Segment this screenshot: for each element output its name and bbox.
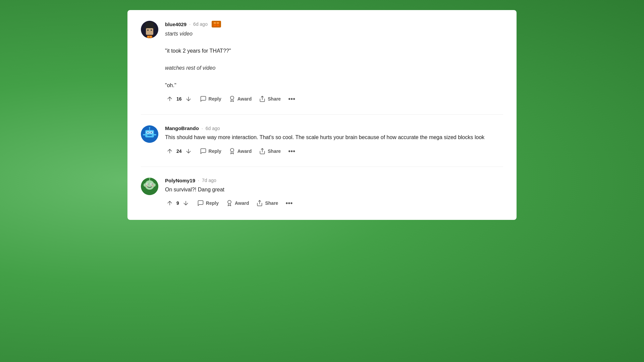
- text-mangobrando: This should have way more interaction. T…: [165, 134, 484, 140]
- downvote-icon-polynomy: [182, 200, 189, 206]
- comment-body-blue4029: blue4029 · 6d ago starts video "it took …: [165, 21, 503, 104]
- svg-rect-2: [146, 28, 153, 35]
- dot-polynomy19: ·: [198, 178, 199, 183]
- reply-button-blue4029[interactable]: Reply: [197, 94, 224, 104]
- share-button-polynomy19[interactable]: Share: [254, 198, 281, 208]
- reply-icon-polynomy: [197, 200, 204, 206]
- svg-rect-23: [154, 134, 156, 135]
- downvote-icon: [185, 96, 192, 102]
- text-polynomy19: On survival?! Dang great: [165, 187, 224, 192]
- svg-point-36: [152, 185, 154, 187]
- upvote-icon: [166, 96, 173, 102]
- share-icon-mangobrando: [259, 148, 266, 155]
- svg-rect-8: [214, 22, 216, 24]
- share-icon-polynomy: [256, 200, 263, 206]
- more-button-mangobrando[interactable]: •••: [285, 146, 298, 156]
- award-label-blue4029: Award: [237, 96, 252, 102]
- svg-rect-14: [145, 130, 154, 137]
- downvote-icon-mangobrando: [185, 148, 192, 155]
- timestamp-mangobrando: 6d ago: [206, 126, 220, 131]
- svg-point-24: [230, 148, 234, 152]
- comment-text-blue4029: starts video "it took 2 years for THAT??…: [165, 29, 503, 89]
- comment-text-polynomy19: On survival?! Dang great: [165, 185, 503, 194]
- text-watches-video: watches rest of video: [165, 65, 215, 71]
- avatar-polynomy19: [141, 178, 158, 195]
- dot-blue4029: ·: [189, 21, 191, 27]
- upvote-icon-mangobrando: [166, 148, 173, 155]
- vote-count-blue4029: 16: [176, 96, 182, 102]
- svg-point-29: [148, 183, 149, 184]
- downvote-button-polynomy19[interactable]: [181, 198, 191, 208]
- vote-section-mangobrando: 24: [165, 146, 193, 156]
- upvote-button-mangobrando[interactable]: [165, 146, 174, 156]
- svg-point-30: [152, 183, 153, 184]
- comment-actions-mangobrando: 24 Reply: [165, 146, 503, 156]
- award-label-mangobrando: Award: [237, 148, 252, 154]
- svg-rect-11: [217, 24, 219, 26]
- reply-icon: [200, 96, 207, 102]
- comment-actions-blue4029: 16 Reply: [165, 94, 503, 104]
- text-starts-video: starts video: [165, 31, 193, 37]
- avatar-mangobrando: [141, 125, 158, 143]
- award-button-blue4029[interactable]: Award: [226, 94, 255, 104]
- share-label-polynomy19: Share: [265, 200, 278, 206]
- svg-rect-10: [214, 24, 216, 26]
- award-button-mangobrando[interactable]: Award: [226, 146, 255, 156]
- vote-count-mangobrando: 24: [176, 148, 182, 154]
- dot-mangobrando: ·: [202, 126, 203, 131]
- svg-rect-22: [143, 134, 146, 135]
- upvote-icon-polynomy: [166, 200, 173, 206]
- comment-header-polynomy19: PolyNomy19 · 7d ago: [165, 178, 503, 183]
- username-mangobrando: MangoBrando: [165, 125, 199, 131]
- avatar-svg-mangobrando: [141, 125, 158, 143]
- share-icon-blue4029: [259, 96, 266, 102]
- share-label-blue4029: Share: [268, 96, 281, 102]
- svg-point-3: [147, 29, 149, 31]
- svg-rect-9: [217, 22, 219, 24]
- award-button-polynomy19[interactable]: Award: [223, 198, 252, 208]
- comment-header-mangobrando: MangoBrando · 6d ago: [165, 125, 503, 131]
- avatar-blue4029: [141, 21, 158, 38]
- award-label-polynomy19: Award: [235, 200, 249, 206]
- comment-text-mangobrando: This should have way more interaction. T…: [165, 133, 503, 142]
- more-dots-blue4029: •••: [288, 95, 295, 103]
- reply-label-polynomy19: Reply: [206, 200, 219, 206]
- more-dots-polynomy19: •••: [285, 199, 292, 207]
- username-polynomy19: PolyNomy19: [165, 178, 195, 183]
- award-icon-mangobrando: [229, 148, 235, 155]
- reply-button-mangobrando[interactable]: Reply: [197, 146, 224, 156]
- badge-blue4029: [212, 21, 221, 27]
- more-button-blue4029[interactable]: •••: [285, 94, 298, 104]
- award-icon-blue4029: [229, 96, 235, 102]
- text-it-took: "it took 2 years for THAT??": [165, 48, 231, 54]
- upvote-button-polynomy19[interactable]: [165, 198, 174, 208]
- svg-point-35: [146, 185, 148, 187]
- downvote-button-mangobrando[interactable]: [184, 146, 193, 156]
- svg-point-18: [151, 132, 152, 133]
- reply-icon-mangobrando: [200, 148, 207, 155]
- downvote-button-blue4029[interactable]: [184, 94, 193, 104]
- svg-rect-7: [150, 36, 152, 38]
- avatar-svg-polynomy: [141, 178, 158, 195]
- timestamp-blue4029: 6d ago: [193, 21, 208, 27]
- share-button-blue4029[interactable]: Share: [256, 94, 283, 104]
- username-blue4029: blue4029: [165, 21, 186, 27]
- share-label-mangobrando: Share: [268, 148, 281, 154]
- avatar-svg-blue4029: [141, 21, 158, 38]
- svg-point-12: [230, 96, 234, 100]
- comment-mangobrando: MangoBrando · 6d ago This should have wa…: [141, 114, 503, 156]
- svg-rect-19: [147, 135, 152, 136]
- upvote-button-blue4029[interactable]: [165, 94, 174, 104]
- svg-rect-1: [146, 22, 154, 27]
- share-button-mangobrando[interactable]: Share: [256, 146, 283, 156]
- comment-polynomy19: PolyNomy19 · 7d ago On survival?! Dang g…: [141, 167, 503, 208]
- timestamp-polynomy19: 7d ago: [202, 178, 216, 183]
- reply-button-polynomy19[interactable]: Reply: [195, 198, 221, 208]
- vote-section-polynomy19: 9: [165, 198, 191, 208]
- award-icon-polynomy: [226, 200, 233, 206]
- more-button-polynomy19[interactable]: •••: [283, 198, 295, 208]
- text-oh: "oh.": [165, 82, 176, 88]
- svg-point-4: [151, 29, 152, 31]
- svg-point-17: [147, 132, 149, 133]
- reply-label-blue4029: Reply: [209, 96, 221, 102]
